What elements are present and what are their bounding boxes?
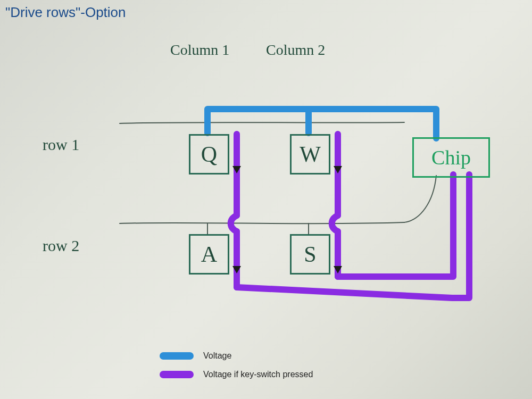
label-column-1: Column 1 xyxy=(170,41,229,59)
legend-voltage: Voltage xyxy=(160,351,231,361)
key-a: A xyxy=(189,234,229,275)
label-row-2: row 2 xyxy=(43,237,79,255)
diagram-title: "Drive rows"-Option xyxy=(5,4,126,21)
wires-layer xyxy=(0,0,532,399)
label-column-2: Column 2 xyxy=(266,41,325,59)
legend-label-voltage: Voltage xyxy=(203,351,231,361)
legend-swatch-pressed xyxy=(160,371,194,378)
diode-arrow-icon xyxy=(232,166,241,173)
legend-swatch-voltage xyxy=(160,352,194,360)
legend-pressed: Voltage if key-switch pressed xyxy=(160,370,313,379)
diagram-canvas: "Drive rows"-Option Column 1 Column 2 ro… xyxy=(0,0,532,399)
key-s: S xyxy=(290,234,330,275)
key-q: Q xyxy=(189,134,229,174)
key-w: W xyxy=(290,134,330,174)
label-row-1: row 1 xyxy=(43,136,79,154)
diode-arrow-icon xyxy=(334,266,342,273)
chip: Chip xyxy=(412,137,490,178)
legend-label-pressed: Voltage if key-switch pressed xyxy=(203,370,313,379)
diode-arrow-icon xyxy=(334,166,342,173)
diode-arrow-icon xyxy=(232,266,241,273)
